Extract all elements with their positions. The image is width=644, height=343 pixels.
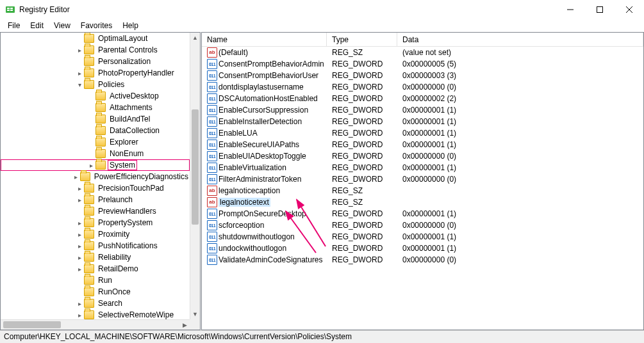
tree-item[interactable]: RunOnce — [1, 286, 190, 298]
tree-item[interactable]: OptimalLayout — [1, 33, 190, 44]
value-type: REG_SZ — [327, 186, 397, 195]
list-pane[interactable]: Name Type Data (Default)REG_SZ(value not… — [201, 32, 644, 330]
value-name: ValidateAdminCodeSignatures — [219, 255, 323, 264]
scrollbar-thumb[interactable] — [192, 109, 199, 225]
tree-item[interactable]: BuildAndTel — [1, 113, 190, 125]
folder-icon — [84, 230, 94, 239]
tree-item[interactable]: ▸Prelaunch — [1, 194, 190, 205]
value-row[interactable]: EnableVirtualizationREG_DWORD0x00000001 … — [202, 162, 643, 173]
tree-vertical-scrollbar[interactable]: ▲ ▼ — [190, 33, 200, 319]
value-type: REG_DWORD — [327, 94, 397, 103]
tree-item[interactable]: ▸System — [1, 159, 190, 171]
tree-item[interactable]: ▸PowerEfficiencyDiagnostics — [1, 171, 190, 182]
column-header-name[interactable]: Name — [202, 33, 327, 46]
tree-item[interactable]: ▸Parental Controls — [1, 44, 190, 56]
menu-help[interactable]: Help — [117, 20, 144, 31]
folder-icon — [84, 80, 94, 89]
value-row[interactable]: ValidateAdminCodeSignaturesREG_DWORD0x00… — [202, 254, 643, 266]
scroll-right-icon[interactable]: ▶ — [179, 320, 190, 330]
status-path: Computer\HKEY_LOCAL_MACHINE\SOFTWARE\Mic… — [4, 332, 352, 341]
tree-item[interactable]: ▸SelectiveRemoteWipe — [1, 309, 190, 319]
tree-item[interactable]: PreviewHandlers — [1, 205, 190, 217]
close-button[interactable] — [615, 0, 644, 19]
menu-file[interactable]: File — [3, 20, 25, 31]
expand-icon[interactable]: ▸ — [75, 300, 84, 307]
tree-item[interactable]: ▸PhotoPropertyHandler — [1, 67, 190, 79]
value-row[interactable]: EnableInstallerDetectionREG_DWORD0x00000… — [202, 116, 643, 127]
expand-icon[interactable]: ▸ — [75, 231, 84, 238]
tree-item-label: PhotoPropertyHandler — [97, 68, 176, 77]
tree-item[interactable]: ▾Policies — [1, 79, 190, 90]
tree-horizontal-scrollbar[interactable]: ◀ ▶ — [1, 319, 190, 330]
expand-icon[interactable]: ▸ — [75, 219, 84, 227]
value-row[interactable]: PromptOnSecureDesktopREG_DWORD0x00000001… — [202, 208, 643, 219]
expand-icon[interactable]: ▸ — [87, 162, 95, 169]
tree-item[interactable]: DataCollection — [1, 125, 190, 136]
tree-pane[interactable]: OptimalLayout▸Parental ControlsPersonali… — [0, 32, 201, 330]
svg-rect-3 — [10, 8, 13, 9]
svg-rect-1 — [7, 8, 10, 9]
expand-icon[interactable]: ▸ — [72, 173, 80, 180]
expand-icon[interactable]: ▸ — [75, 196, 84, 203]
menu-edit[interactable]: Edit — [25, 20, 49, 31]
expand-icon[interactable]: ▸ — [75, 70, 84, 77]
value-row[interactable]: (Default)REG_SZ(value not set) — [202, 47, 643, 58]
value-data: 0x00000001 (1) — [397, 209, 643, 218]
value-data: 0x00000000 (0) — [397, 83, 643, 92]
scroll-up-icon[interactable]: ▲ — [190, 33, 200, 43]
tree-item[interactable]: ▸Search — [1, 298, 190, 309]
folder-icon — [84, 57, 94, 66]
tree-item[interactable]: Personalization — [1, 56, 190, 67]
expand-icon[interactable]: ▸ — [75, 254, 84, 261]
value-row[interactable]: EnableSecureUIAPathsREG_DWORD0x00000001 … — [202, 139, 643, 150]
value-type: REG_DWORD — [327, 117, 397, 126]
value-row[interactable]: legalnoticetextREG_SZ — [202, 196, 643, 208]
tree-item[interactable]: Explorer — [1, 136, 190, 148]
value-row[interactable]: shutdownwithoutlogonREG_DWORD0x00000001 … — [202, 231, 643, 243]
window-title: Registry Editor — [19, 5, 70, 14]
column-header-type[interactable]: Type — [327, 33, 397, 46]
value-name: EnableCursorSuppression — [219, 106, 308, 115]
tree-item[interactable]: NonEnum — [1, 148, 190, 159]
value-row[interactable]: ConsentPromptBehaviorAdminREG_DWORD0x000… — [202, 58, 643, 70]
tree-item[interactable]: ▸PropertySystem — [1, 217, 190, 228]
value-row[interactable]: DSCAutomationHostEnabledREG_DWORD0x00000… — [202, 93, 643, 104]
minimize-button[interactable] — [556, 0, 585, 19]
value-row[interactable]: FilterAdministratorTokenREG_DWORD0x00000… — [202, 173, 643, 185]
scrollbar-thumb[interactable] — [3, 321, 61, 328]
list-header[interactable]: Name Type Data — [202, 33, 643, 47]
value-row[interactable]: undockwithoutlogonREG_DWORD0x00000001 (1… — [202, 243, 643, 254]
expand-icon[interactable]: ▾ — [75, 81, 84, 88]
expand-icon[interactable]: ▸ — [75, 266, 84, 273]
value-row[interactable]: legalnoticecaptionREG_SZ — [202, 185, 643, 196]
value-type: REG_DWORD — [327, 152, 397, 161]
value-row[interactable]: scforceoptionREG_DWORD0x00000000 (0) — [202, 219, 643, 231]
tree-item[interactable]: ▸RetailDemo — [1, 263, 190, 275]
tree-item[interactable]: ActiveDesktop — [1, 90, 190, 102]
menu-favorites[interactable]: Favorites — [76, 20, 117, 31]
value-row[interactable]: EnableUIADesktopToggleREG_DWORD0x0000000… — [202, 150, 643, 162]
expand-icon[interactable]: ▸ — [75, 243, 84, 250]
value-row[interactable]: dontdisplaylastusernameREG_DWORD0x000000… — [202, 81, 643, 93]
folder-icon — [84, 68, 94, 77]
value-row[interactable]: EnableLUAREG_DWORD0x00000001 (1) — [202, 127, 643, 139]
maximize-button[interactable] — [585, 0, 615, 19]
value-row[interactable]: EnableCursorSuppressionREG_DWORD0x000000… — [202, 104, 643, 116]
tree-item[interactable]: Run — [1, 275, 190, 286]
tree-item[interactable]: ▸Proximity — [1, 228, 190, 240]
tree-item[interactable]: ▸PrecisionTouchPad — [1, 182, 190, 194]
value-name: legalnoticecaption — [219, 186, 280, 195]
expand-icon[interactable]: ▸ — [75, 47, 84, 54]
value-row[interactable]: ConsentPromptBehaviorUserREG_DWORD0x0000… — [202, 70, 643, 81]
tree-item[interactable]: Attachments — [1, 102, 190, 113]
scroll-down-icon[interactable]: ▼ — [190, 309, 200, 319]
tree-item[interactable]: ▸PushNotifications — [1, 240, 190, 251]
menu-view[interactable]: View — [49, 20, 76, 31]
expand-icon[interactable]: ▸ — [75, 185, 84, 192]
tree-item[interactable]: ▸Reliability — [1, 251, 190, 263]
column-header-data[interactable]: Data — [397, 33, 643, 46]
tree-item-label: OptimalLayout — [97, 34, 149, 43]
value-name: legalnoticetext — [219, 198, 270, 207]
expand-icon[interactable]: ▸ — [75, 312, 84, 319]
value-type: REG_DWORD — [327, 140, 397, 149]
